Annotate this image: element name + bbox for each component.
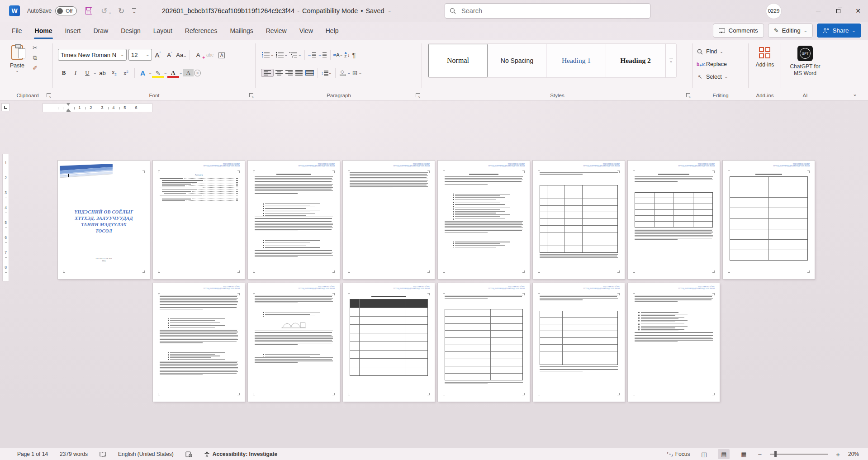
tab-selector[interactable] bbox=[1, 103, 9, 111]
minimize-button[interactable]: ─ bbox=[808, 0, 828, 22]
tab-file[interactable]: File bbox=[5, 22, 28, 40]
paste-button[interactable]: Paste ⌄ bbox=[5, 43, 30, 83]
chevron-down-icon[interactable]: ⌄ bbox=[93, 71, 97, 75]
clear-formatting-button[interactable]: A bbox=[193, 52, 204, 58]
decrease-indent-button[interactable] bbox=[308, 52, 317, 57]
chatgpt-addin-button[interactable]: GPT ChatGPT for MS Word bbox=[787, 43, 823, 83]
text-predictions-icon[interactable] bbox=[185, 451, 192, 457]
web-layout-button[interactable]: ▦ bbox=[738, 449, 749, 459]
undo-icon[interactable]: ↺⌄ bbox=[101, 6, 112, 16]
proofing-icon[interactable] bbox=[100, 451, 106, 457]
distribute-text-button[interactable] bbox=[304, 70, 315, 76]
zoom-level[interactable]: 20% bbox=[848, 451, 859, 457]
align-center-button[interactable] bbox=[275, 70, 284, 76]
vertical-ruler[interactable]: 12345678 bbox=[2, 154, 9, 281]
page-thumbnail-14[interactable]: ҮНДЭСНИЙ ӨВ СОЁЛЫГХҮҮХЭД, ЗАЛУУЧУУДАД ТА… bbox=[628, 283, 720, 402]
tab-review[interactable]: Review bbox=[260, 22, 293, 40]
tab-help[interactable]: Help bbox=[319, 22, 345, 40]
multilevel-list-button[interactable]: ⌄ bbox=[289, 52, 302, 57]
text-effects-button[interactable]: A bbox=[138, 69, 148, 77]
change-case-button[interactable]: Aa⌄ bbox=[176, 52, 187, 58]
chevron-down-icon[interactable]: ⌄ bbox=[179, 71, 183, 75]
align-left-button[interactable] bbox=[261, 69, 274, 77]
page-thumbnail-4[interactable]: ҮНДЭСНИЙ ӨВ СОЁЛЫГХҮҮХЭД, ЗАЛУУЧУУДАД ТА… bbox=[343, 161, 435, 279]
tab-design[interactable]: Design bbox=[114, 22, 147, 40]
italic-button[interactable]: I bbox=[70, 69, 81, 76]
superscript-button[interactable]: x2 bbox=[121, 70, 132, 76]
find-button[interactable]: Find ⌄ bbox=[697, 46, 723, 57]
zoom-slider-thumb[interactable] bbox=[774, 451, 777, 457]
zoom-slider[interactable] bbox=[770, 454, 828, 455]
shading-button[interactable]: ⌄ bbox=[338, 70, 351, 76]
page-thumbnail-7[interactable]: ҮНДЭСНИЙ ӨВ СОЁЛЫГХҮҮХЭД, ЗАЛУУЧУУДАД ТА… bbox=[628, 161, 720, 279]
focus-button[interactable]: ⌜▫⌟ Focus bbox=[667, 451, 690, 457]
show-paragraph-marks-button[interactable]: ¶ bbox=[352, 51, 356, 59]
read-mode-button[interactable]: ◫ bbox=[698, 449, 710, 459]
paragraph-dialog-launcher[interactable] bbox=[416, 93, 420, 97]
numbering-button[interactable]: ⌄ bbox=[275, 52, 288, 57]
style-no-spacing[interactable]: No Spacing bbox=[488, 44, 547, 77]
enclose-characters-button[interactable]: A bbox=[218, 52, 225, 58]
tab-insert[interactable]: Insert bbox=[58, 22, 87, 40]
select-button[interactable]: ↖ Select ⌄ bbox=[697, 71, 728, 82]
tab-home[interactable]: Home bbox=[28, 22, 59, 40]
font-name-combo[interactable]: Times New Roman N ⌄ bbox=[58, 49, 127, 61]
saved-chevron-icon[interactable]: ⌄ bbox=[388, 9, 392, 13]
close-button[interactable]: ✕ bbox=[848, 0, 868, 22]
tab-view[interactable]: View bbox=[293, 22, 319, 40]
style-heading-1[interactable]: Heading 1 bbox=[547, 44, 606, 77]
tab-references[interactable]: References bbox=[179, 22, 224, 40]
bold-button[interactable]: B bbox=[58, 69, 69, 76]
fit-text-button[interactable]: ⇄A⌄ bbox=[333, 52, 343, 57]
justify-button[interactable] bbox=[294, 70, 304, 76]
styles-gallery-more-button[interactable]: ⌄ bbox=[665, 44, 676, 77]
saved-status[interactable]: Saved bbox=[365, 7, 384, 14]
increase-indent-button[interactable] bbox=[318, 52, 327, 57]
styles-dialog-launcher[interactable] bbox=[686, 93, 690, 97]
editing-mode-button[interactable]: ✎ Editing ⌄ bbox=[768, 24, 813, 38]
subscript-button[interactable]: x2 bbox=[109, 69, 120, 76]
word-logo-icon[interactable]: W bbox=[9, 5, 20, 16]
borders-button[interactable]: ⊞⌄ bbox=[351, 69, 362, 76]
print-layout-button[interactable]: ▤ bbox=[718, 449, 730, 459]
enclose-character-circle-button[interactable]: ≈ bbox=[194, 70, 201, 76]
save-icon[interactable] bbox=[85, 7, 92, 14]
search-input[interactable] bbox=[460, 7, 645, 15]
restore-button[interactable] bbox=[828, 0, 848, 22]
strikethrough-button[interactable]: ab bbox=[97, 70, 108, 76]
language-indicator[interactable]: English (United States) bbox=[118, 451, 174, 457]
autosave-toggle[interactable]: Off bbox=[55, 6, 77, 15]
zoom-out-button[interactable]: − bbox=[758, 451, 762, 458]
page-thumbnail-1[interactable]: ҮНДЭСНИЙ ӨВ СОЁЛЫГХҮҮХЭД, ЗАЛУУЧУУДАДТАН… bbox=[58, 161, 150, 279]
line-spacing-button[interactable]: ↕⌄ bbox=[321, 71, 332, 76]
page-thumbnail-9[interactable]: ҮНДЭСНИЙ ӨВ СОЁЛЫГХҮҮХЭД, ЗАЛУУЧУУДАД ТА… bbox=[153, 283, 245, 402]
font-color-button[interactable]: A bbox=[168, 69, 179, 76]
chevron-down-icon[interactable]: ⌄ bbox=[164, 71, 167, 75]
tab-mailings[interactable]: Mailings bbox=[223, 22, 259, 40]
page-thumbnail-3[interactable]: ҮНДЭСНИЙ ӨВ СОЁЛЫГХҮҮХЭД, ЗАЛУУЧУУДАД ТА… bbox=[248, 161, 340, 279]
tab-draw[interactable]: Draw bbox=[87, 22, 114, 40]
copy-button[interactable]: ⧉ bbox=[33, 54, 38, 62]
page-indicator[interactable]: Page 1 of 14 bbox=[17, 451, 48, 457]
grow-font-button[interactable]: Aˆ bbox=[152, 51, 163, 59]
page-thumbnail-2[interactable]: ҮНДЭСНИЙ ӨВ СОЁЛЫГХҮҮХЭД, ЗАЛУУЧУУДАД ТА… bbox=[153, 161, 245, 279]
page-thumbnail-13[interactable]: ҮНДЭСНИЙ ӨВ СОЁЛЫГХҮҮХЭД, ЗАЛУУЧУУДАД ТА… bbox=[533, 283, 625, 402]
redo-icon[interactable]: ↻ bbox=[118, 6, 124, 16]
page-thumbnail-12[interactable]: ҮНДЭСНИЙ ӨВ СОЁЛЫГХҮҮХЭД, ЗАЛУУЧУУДАД ТА… bbox=[438, 283, 530, 402]
zoom-in-button[interactable]: + bbox=[836, 451, 840, 458]
tab-layout[interactable]: Layout bbox=[147, 22, 179, 40]
search-box[interactable] bbox=[445, 3, 650, 19]
page-thumbnail-8[interactable]: ҮНДЭСНИЙ ӨВ СОЁЛЫГХҮҮХЭД, ЗАЛУУЧУУДАД ТА… bbox=[723, 161, 815, 279]
horizontal-ruler[interactable]: 123456 bbox=[43, 103, 152, 112]
bullets-button[interactable]: ⌄ bbox=[261, 52, 274, 57]
document-area[interactable]: 123456 12345678 ҮНДЭСНИЙ ӨВ СОЁЛЫГХҮҮХЭД… bbox=[0, 100, 868, 448]
clipboard-dialog-launcher[interactable] bbox=[47, 93, 51, 97]
style-normal[interactable]: Normal bbox=[428, 44, 488, 77]
account-badge[interactable]: 0229 bbox=[766, 4, 781, 19]
font-size-combo[interactable]: 12 ⌄ bbox=[128, 49, 152, 61]
page-thumbnail-11[interactable]: ҮНДЭСНИЙ ӨВ СОЁЛЫГХҮҮХЭД, ЗАЛУУЧУУДАД ТА… bbox=[343, 283, 435, 402]
page-thumbnail-10[interactable]: ҮНДЭСНИЙ ӨВ СОЁЛЫГХҮҮХЭД, ЗАЛУУЧУУДАД ТА… bbox=[248, 283, 340, 402]
addins-button[interactable]: Add-ins bbox=[752, 43, 778, 83]
shrink-font-button[interactable]: Aˇ bbox=[164, 51, 175, 58]
underline-button[interactable]: U bbox=[82, 69, 93, 76]
